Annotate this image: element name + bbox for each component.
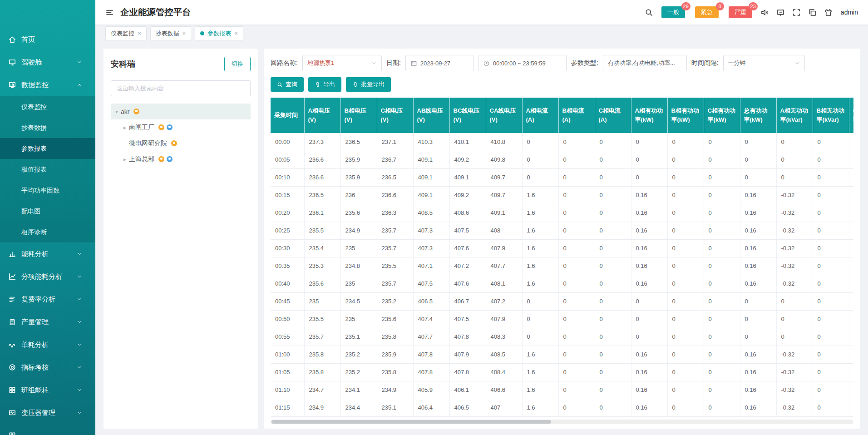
sidebar-item-班组能耗[interactable]: 班组能耗 (0, 379, 95, 401)
cell-value: 235 (340, 275, 377, 292)
circuit-select[interactable]: 地源热泵1 (302, 55, 382, 71)
caret-down-icon[interactable]: ▾ (113, 109, 121, 115)
sidebar-item-能耗分析[interactable]: 能耗分析 (0, 242, 95, 265)
sidebar-subitem-配电图[interactable]: 配电图 (0, 201, 95, 222)
alarm-badge-严重[interactable]: 严重23 (729, 6, 752, 18)
cell-value: 407.7 (413, 328, 449, 346)
copy-icon[interactable] (808, 8, 817, 17)
sidebar-subitem-仪表监控[interactable]: 仪表监控 (0, 96, 95, 117)
cell-value: 1.6 (522, 257, 558, 275)
cell-value: 234.8 (340, 257, 377, 275)
status-blue-icon (167, 124, 173, 130)
chevron-down-icon (77, 410, 82, 415)
cell-value: 0 (704, 399, 740, 416)
cell-value: 0 (558, 381, 595, 399)
cell-value: 0.16 (631, 222, 667, 239)
export-button[interactable]: 导出 (308, 77, 341, 92)
tab-抄表数据[interactable]: 抄表数据× (150, 26, 192, 40)
alarm-badge-一般[interactable]: 一般29 (661, 6, 685, 18)
interval-select[interactable]: 一分钟 (723, 55, 805, 71)
cell-value: 409.1 (449, 168, 486, 186)
unit-icon (8, 341, 16, 349)
admin-label[interactable]: admin (841, 9, 858, 16)
switch-button[interactable]: 切换 (224, 57, 251, 71)
tab-label: 参数报表 (207, 30, 231, 38)
cell-value: 407.9 (486, 239, 522, 257)
cell-value: 0 (849, 381, 853, 399)
cell-value: 0 (667, 310, 704, 328)
cell-value: 0 (813, 222, 849, 239)
close-icon[interactable]: × (138, 30, 141, 36)
table-row: 01:00235.8235.2235.9407.8407.9408.51.600… (271, 346, 853, 363)
tab-参数报表[interactable]: 参数报表× (195, 26, 243, 40)
tree-node-上海总部[interactable]: ▸上海总部 (111, 151, 251, 167)
theme-icon[interactable] (824, 8, 833, 17)
cell-value: 0 (631, 292, 667, 310)
cell-value: 0.16 (631, 239, 667, 257)
sidebar-item-复费率分析[interactable]: 复费率分析 (0, 288, 95, 311)
sidebar-subitem-平均功率因数[interactable]: 平均功率因数 (0, 180, 95, 201)
cell-value: 0 (849, 399, 853, 416)
cell-value: 0.16 (631, 381, 667, 399)
cell-value: 0 (776, 151, 813, 168)
table-row: 00:30235.4235235.7407.3407.6407.91.6000.… (271, 239, 853, 257)
time-range-input[interactable]: 00:00:00 ~ 23:59:59 (478, 55, 567, 71)
close-icon[interactable]: × (234, 30, 238, 36)
param-type-input[interactable]: 有功功率,有功电能,功率... (603, 55, 687, 71)
sidebar-item-首页[interactable]: 首页 (0, 28, 95, 51)
cell-value: 408.4 (486, 363, 522, 381)
cell-value: 0 (813, 399, 849, 416)
app-title: 企业能源管控平台 (120, 6, 191, 18)
sidebar-subitem-参数报表[interactable]: 参数报表 (0, 138, 95, 159)
tree-node-akr[interactable]: ▾akr (111, 104, 251, 119)
cell-value: 235.9 (340, 168, 377, 186)
team-icon (8, 431, 16, 435)
tree-node-南闸工厂[interactable]: ▸南闸工厂 (111, 119, 251, 135)
tree-search-input[interactable] (111, 80, 251, 96)
tab-仪表监控[interactable]: 仪表监控× (105, 26, 147, 40)
tree-node-微电网研究院[interactable]: 微电网研究院 (111, 135, 251, 151)
topbar-right: 一般29紧急0严重23 admin (645, 6, 858, 18)
record-icon[interactable] (776, 8, 785, 17)
sidebar-item-单耗分析[interactable]: 单耗分析 (0, 333, 95, 356)
cell-value: 235.1 (340, 328, 377, 346)
cell-value: 0 (595, 346, 631, 363)
cell-value: 0 (558, 133, 595, 151)
cell-value: 236.5 (377, 168, 413, 186)
sidebar-item-extra-11[interactable] (0, 424, 95, 435)
cell-value: 409.7 (486, 186, 522, 204)
sidebar-subitem-相序诊断[interactable]: 相序诊断 (0, 222, 95, 242)
batch-export-button[interactable]: 批量导出 (346, 77, 391, 92)
cell-value: 0 (813, 381, 849, 399)
fullscreen-icon[interactable] (792, 8, 801, 17)
horizontal-scrollbar[interactable] (271, 420, 853, 424)
collapse-sidebar-icon[interactable] (105, 8, 114, 17)
sidebar-item-数据监控[interactable]: 数据监控 (0, 74, 95, 96)
caret-right-icon[interactable]: ▸ (121, 156, 129, 163)
cell-value: -0.32 (776, 222, 813, 239)
sidebar-item-产量管理[interactable]: 产量管理 (0, 311, 95, 333)
sidebar-subitem-抄表数据[interactable]: 抄表数据 (0, 117, 95, 138)
cell-time: 00:25 (271, 222, 304, 239)
date-input[interactable]: 2023-09-27 (405, 55, 473, 71)
cell-value: 234.1 (340, 381, 377, 399)
sidebar-item-驾驶舱[interactable]: 驾驶舱 (0, 51, 95, 74)
cell-value: 0 (667, 186, 704, 204)
caret-right-icon[interactable]: ▸ (121, 124, 129, 131)
sidebar-item-变压器管理[interactable]: 变压器管理 (0, 401, 95, 424)
sidebar-item-指标考核[interactable]: 指标考核 (0, 356, 95, 379)
mute-icon[interactable] (760, 8, 769, 17)
search-icon[interactable] (645, 8, 653, 17)
close-icon[interactable]: × (182, 30, 186, 36)
alarm-badges: 一般29紧急0严重23 (661, 6, 752, 18)
sidebar-subitem-极值报表[interactable]: 极值报表 (0, 159, 95, 180)
cell-value: -0.32 (776, 204, 813, 222)
alarm-badge-紧急[interactable]: 紧急0 (695, 6, 719, 18)
cell-value: 235.9 (377, 346, 413, 363)
query-button[interactable]: 查询 (271, 77, 304, 92)
cell-value: 0 (667, 275, 704, 292)
cell-value: 409.1 (413, 168, 449, 186)
sidebar-item-分项能耗分析[interactable]: 分项能耗分析 (0, 265, 95, 288)
scrollbar-thumb[interactable] (271, 420, 551, 424)
cell-value: 0 (667, 292, 704, 310)
